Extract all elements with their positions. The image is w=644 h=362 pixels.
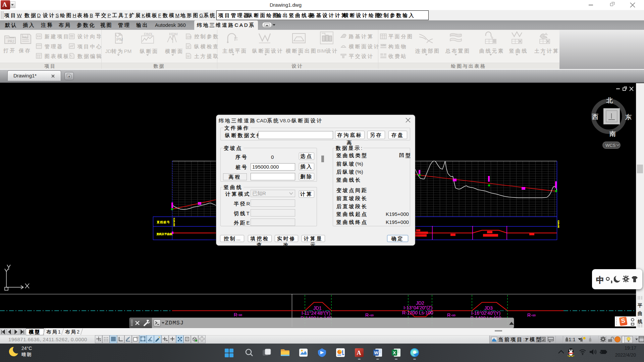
svg-text:A: A [357,350,361,356]
svg-text:W: W [374,350,379,355]
svg-text:X: X [393,350,396,355]
